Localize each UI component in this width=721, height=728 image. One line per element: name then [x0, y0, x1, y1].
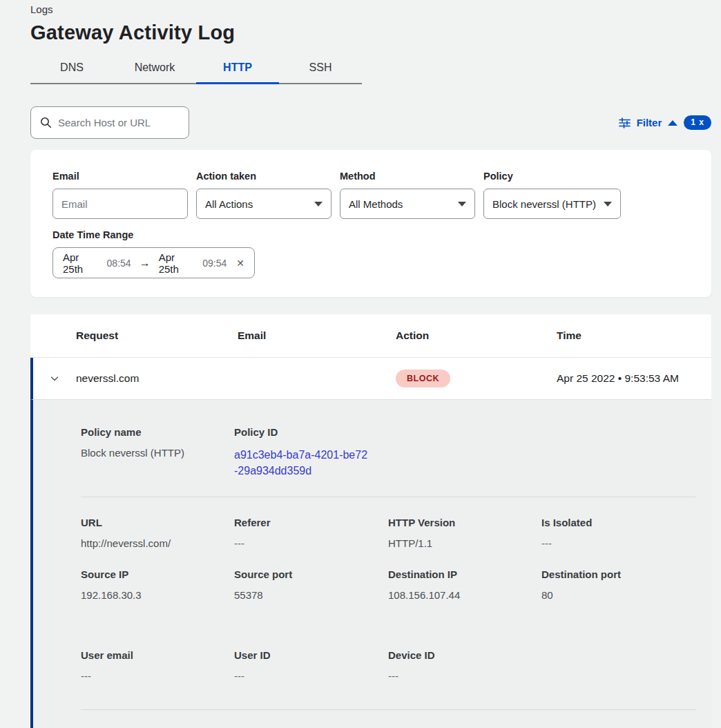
tab-bar: DNS Network HTTP SSH [30, 54, 362, 84]
row-action: BLOCK [396, 370, 557, 387]
source-port-value: 55378 [234, 589, 388, 601]
policy-section: Policy name Block neverssl (HTTP) Policy… [81, 426, 695, 479]
user-email-value: --- [81, 670, 234, 682]
source-ip-item: Source IP 192.168.30.3 [81, 568, 234, 601]
activity-log-table: Request Email Action Time neverssl.com B… [30, 314, 711, 728]
arrow-right-icon: → [138, 257, 152, 269]
search-filter-bar: Filter 1 x [30, 106, 711, 139]
column-header-request: Request [76, 329, 238, 342]
expand-chevron-icon[interactable] [33, 373, 76, 384]
user-id-label: User ID [234, 649, 388, 661]
filter-count-badge[interactable]: 1 x [684, 115, 711, 130]
is-isolated-value: --- [541, 537, 695, 549]
policy-name-item: Policy name Block neverssl (HTTP) [81, 426, 234, 479]
url-item: URL http://neverssl.com/ [81, 517, 234, 549]
filter-fields-row: Email Action taken All Actions Method Al… [52, 171, 689, 219]
destination-ip-label: Destination IP [388, 568, 541, 580]
source-ip-label: Source IP [81, 568, 234, 580]
device-id-item: Device ID --- [388, 649, 541, 682]
tab-ssh[interactable]: SSH [279, 54, 362, 84]
tab-dns[interactable]: DNS [30, 54, 113, 84]
method-label: Method [340, 171, 475, 182]
column-header-time: Time [557, 329, 711, 342]
end-date[interactable]: Apr 25th [159, 251, 196, 275]
chevron-down-icon [604, 202, 612, 207]
user-section: User email --- User ID --- Device ID --- [81, 649, 695, 682]
network-section: Source IP 192.168.30.3 Source port 55378… [81, 568, 695, 601]
caret-up-icon[interactable] [668, 120, 677, 126]
policy-select[interactable]: Block neverssl (HTTP) [483, 189, 621, 219]
method-value: All Methods [349, 198, 403, 210]
block-status-badge: BLOCK [396, 370, 450, 387]
device-id-label: Device ID [388, 649, 541, 661]
search-box[interactable] [30, 106, 189, 139]
email-filter-field: Email [52, 171, 188, 219]
date-range-picker[interactable]: Apr 25th 08:54 → Apr 25th 09:54 ✕ [52, 247, 255, 278]
destination-port-value: 80 [541, 589, 695, 601]
search-input[interactable] [58, 117, 195, 128]
action-taken-field: Action taken All Actions [196, 171, 331, 219]
user-email-item: User email --- [81, 649, 234, 682]
start-date[interactable]: Apr 25th [63, 251, 100, 275]
policy-id-item: Policy ID a91c3eb4-ba7a-4201-be72-29a934… [234, 426, 695, 479]
divider [81, 497, 695, 497]
search-icon [40, 117, 52, 128]
breadcrumb[interactable]: Logs [30, 0, 711, 15]
email-filter-label: Email [52, 171, 188, 182]
action-taken-label: Action taken [196, 171, 331, 182]
column-header-email: Email [238, 329, 396, 342]
method-field: Method All Methods [340, 171, 475, 219]
url-section: URL http://neverssl.com/ Referer --- HTT… [81, 517, 695, 549]
start-time[interactable]: 08:54 [107, 258, 131, 269]
chevron-down-icon [314, 202, 323, 207]
http-version-item: HTTP Version HTTP/1.1 [388, 517, 541, 549]
destination-port-item: Destination port 80 [541, 568, 695, 601]
policy-id-link[interactable]: a91c3eb4-ba7a-4201-be72-29a934dd359d [234, 447, 369, 479]
source-ip-value: 192.168.30.3 [81, 589, 234, 601]
end-time[interactable]: 09:54 [202, 258, 227, 269]
device-id-value: --- [388, 670, 541, 682]
filter-button[interactable]: Filter [637, 117, 662, 128]
table-row[interactable]: neverssl.com BLOCK Apr 25 2022 • 9:53:53… [30, 358, 711, 399]
policy-name-value: Block neverssl (HTTP) [81, 447, 234, 459]
user-email-label: User email [81, 649, 234, 661]
divider [81, 709, 695, 710]
policy-name-label: Policy name [81, 426, 234, 438]
destination-port-label: Destination port [541, 568, 695, 580]
referer-value: --- [234, 537, 388, 549]
policy-value: Block neverssl (HTTP) [492, 198, 596, 210]
page-title: Gateway Activity Log [30, 21, 711, 44]
user-id-item: User ID --- [234, 649, 388, 682]
page-content: Logs Gateway Activity Log DNS Network HT… [30, 0, 711, 728]
filter-panel: Email Action taken All Actions Method Al… [30, 150, 711, 297]
user-id-value: --- [234, 670, 388, 682]
filter-sliders-icon [619, 117, 631, 128]
referer-item: Referer --- [234, 517, 388, 549]
tab-network[interactable]: Network [113, 54, 196, 84]
http-version-label: HTTP Version [388, 517, 541, 528]
source-port-label: Source port [234, 568, 388, 580]
table-header: Request Email Action Time [30, 314, 711, 358]
policy-label: Policy [483, 171, 621, 182]
source-port-item: Source port 55378 [234, 568, 388, 601]
email-filter-input-wrap[interactable] [52, 189, 188, 219]
chevron-down-icon [458, 202, 466, 207]
clear-date-range-icon[interactable]: ✕ [236, 258, 244, 269]
date-range-field: Date Time Range Apr 25th 08:54 → Apr 25t… [52, 229, 689, 278]
is-isolated-label: Is Isolated [541, 517, 695, 528]
row-time: Apr 25 2022 • 9:53:53 AM [557, 372, 711, 385]
referer-label: Referer [234, 517, 388, 528]
policy-id-label: Policy ID [234, 426, 695, 438]
expanded-row-details: Policy name Block neverssl (HTTP) Policy… [30, 399, 711, 728]
url-value: http://neverssl.com/ [81, 537, 234, 549]
filter-controls[interactable]: Filter 1 x [619, 115, 711, 130]
method-select[interactable]: All Methods [340, 189, 475, 219]
http-version-value: HTTP/1.1 [388, 537, 541, 549]
destination-ip-value: 108.156.107.44 [388, 589, 541, 601]
action-taken-value: All Actions [205, 198, 253, 210]
tab-http[interactable]: HTTP [196, 54, 279, 84]
email-filter-input[interactable] [61, 198, 179, 210]
date-range-label: Date Time Range [52, 229, 689, 240]
action-taken-select[interactable]: All Actions [196, 189, 331, 219]
is-isolated-item: Is Isolated --- [541, 517, 695, 549]
